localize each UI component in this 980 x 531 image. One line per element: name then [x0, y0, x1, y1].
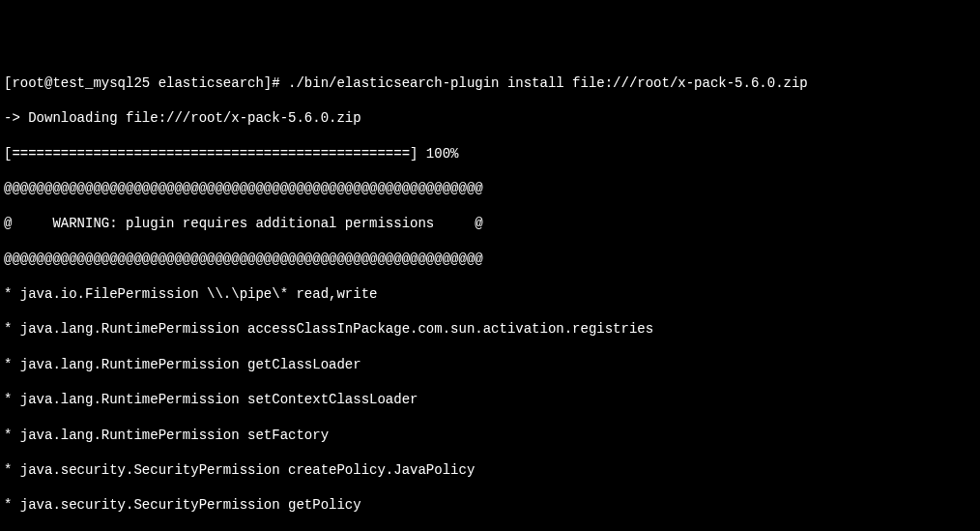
terminal-line-progress: [=======================================… — [4, 145, 976, 162]
terminal-line-permission: * java.io.FilePermission \\.\pipe\* read… — [4, 285, 976, 303]
terminal-line-permission: * java.lang.RuntimePermission getClassLo… — [4, 356, 976, 373]
terminal-line-permission: * java.lang.RuntimePermission accessClas… — [4, 320, 976, 338]
terminal-line-warning-permissions: @ WARNING: plugin requires additional pe… — [4, 215, 976, 232]
terminal-line-banner: @@@@@@@@@@@@@@@@@@@@@@@@@@@@@@@@@@@@@@@@… — [4, 251, 976, 268]
terminal-line-permission: * java.security.SecurityPermission creat… — [4, 461, 976, 479]
terminal-line-permission: * java.lang.RuntimePermission setFactory — [4, 427, 976, 444]
terminal-line-permission: * java.lang.RuntimePermission setContext… — [4, 391, 976, 408]
terminal-line-download: -> Downloading file:///root/x-pack-5.6.0… — [4, 109, 976, 127]
terminal-line-prompt: [root@test_mysql25 elasticsearch]# ./bin… — [4, 74, 976, 92]
terminal-line-banner: @@@@@@@@@@@@@@@@@@@@@@@@@@@@@@@@@@@@@@@@… — [4, 180, 976, 197]
terminal-line-permission: * java.security.SecurityPermission getPo… — [4, 496, 976, 514]
